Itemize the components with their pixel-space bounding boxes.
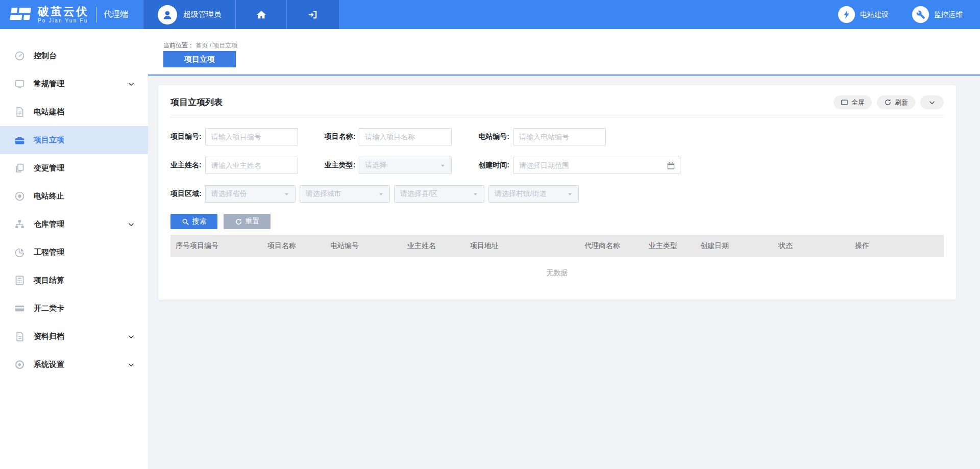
project-no-input[interactable] bbox=[205, 128, 298, 145]
caret-down-icon bbox=[567, 191, 573, 197]
filter-project-no: 项目编号: bbox=[170, 128, 298, 145]
caret-down-icon bbox=[473, 191, 478, 197]
pie-chart-icon bbox=[14, 247, 25, 258]
reset-icon bbox=[235, 218, 242, 226]
user-menu[interactable]: 超级管理员 bbox=[143, 0, 236, 29]
sidebar-item-general-mgmt[interactable]: 常规管理 bbox=[0, 70, 148, 98]
col-project-name: 项目名称 bbox=[267, 241, 330, 251]
copy-pages-icon bbox=[14, 163, 25, 174]
chevron-down-icon bbox=[128, 333, 135, 340]
county-select[interactable]: 请选择县/区 bbox=[394, 185, 484, 203]
brand-title: 破茧云伏 bbox=[38, 6, 89, 17]
header-quick-nav: 电站建设 监控运维 bbox=[838, 0, 980, 29]
station-no-input[interactable] bbox=[513, 128, 606, 145]
province-select[interactable]: 请选择省份 bbox=[205, 185, 296, 203]
sidebar-item-station-archive[interactable]: 电站建档 bbox=[0, 98, 148, 126]
refresh-button[interactable]: 刷新 bbox=[877, 95, 915, 109]
caret-down-icon bbox=[440, 163, 446, 168]
breadcrumb-path[interactable]: 首页 / 项目立项 bbox=[195, 42, 237, 49]
col-project-no: 项目编号 bbox=[190, 241, 267, 251]
owner-name-input[interactable] bbox=[205, 157, 298, 174]
logout-button[interactable] bbox=[287, 0, 339, 29]
chevron-down-icon bbox=[128, 221, 135, 228]
table-header: 序号 项目编号 项目名称 电站编号 业主姓名 项目地址 代理商名称 业主类型 创… bbox=[170, 235, 944, 257]
brand-subtitle: Po Jian Yun Fu bbox=[38, 18, 89, 24]
sidebar-item-station-terminate[interactable]: 电站终止 bbox=[0, 182, 148, 210]
home-button[interactable] bbox=[236, 0, 287, 29]
filter-owner-type: 业主类型: 请选择 bbox=[325, 157, 452, 174]
gauge-icon bbox=[14, 51, 25, 61]
town-select[interactable]: 请选择村镇/街道 bbox=[488, 185, 579, 203]
topbar: 当前位置： 首页 / 项目立项 项目立项 bbox=[148, 29, 980, 76]
brand-logo-icon bbox=[9, 5, 32, 25]
sidebar-item-warehouse-mgmt[interactable]: 仓库管理 bbox=[0, 210, 148, 238]
panel-title: 项目立项列表 bbox=[170, 96, 223, 108]
owner-type-select[interactable]: 请选择 bbox=[359, 157, 452, 174]
logout-icon bbox=[307, 9, 318, 20]
date-range-input[interactable] bbox=[513, 157, 680, 174]
main-content: 当前位置： 首页 / 项目立项 项目立项 项目立项列表 全屏 bbox=[148, 29, 980, 469]
sidebar-item-dashboard[interactable]: 控制台 bbox=[0, 42, 148, 70]
sidebar-item-engineering-mgmt[interactable]: 工程管理 bbox=[0, 238, 148, 266]
sidebar-item-system-settings[interactable]: 系统设置 bbox=[0, 351, 148, 379]
nav-station-build[interactable]: 电站建设 bbox=[838, 6, 889, 23]
col-owner-name: 业主姓名 bbox=[407, 241, 470, 251]
lightning-icon bbox=[842, 10, 851, 19]
fullscreen-icon bbox=[841, 98, 848, 106]
briefcase-icon bbox=[14, 135, 25, 145]
col-station-no: 电站编号 bbox=[330, 241, 407, 251]
reset-button[interactable]: 重置 bbox=[224, 214, 271, 229]
avatar bbox=[158, 5, 177, 24]
sidebar-item-project-settlement[interactable]: 项目结算 bbox=[0, 266, 148, 294]
col-actions: 操作 bbox=[855, 241, 944, 251]
filter-create-time: 创建时间: bbox=[478, 157, 680, 174]
sidebar: 控制台 常规管理 电站建档 项目立项 变更管理 bbox=[0, 29, 148, 469]
col-index: 序号 bbox=[176, 241, 190, 251]
wrench-icon bbox=[916, 10, 925, 19]
col-status: 状态 bbox=[778, 241, 855, 251]
chevron-down-icon bbox=[928, 99, 936, 106]
col-owner-type: 业主类型 bbox=[649, 241, 700, 251]
header-dark-section: 超级管理员 bbox=[143, 0, 339, 29]
collapse-button[interactable] bbox=[920, 95, 944, 109]
refresh-icon bbox=[884, 98, 892, 106]
credit-card-icon bbox=[14, 303, 25, 314]
target-icon bbox=[14, 359, 25, 370]
col-address: 项目地址 bbox=[470, 241, 584, 251]
caret-down-icon bbox=[378, 191, 384, 197]
user-name: 超级管理员 bbox=[183, 10, 222, 19]
city-select[interactable]: 请选择城市 bbox=[300, 185, 390, 203]
document-icon bbox=[14, 331, 25, 342]
user-icon bbox=[161, 9, 174, 21]
breadcrumb: 当前位置： 首页 / 项目立项 bbox=[148, 29, 980, 50]
app-header: 破茧云伏 Po Jian Yun Fu 代理端 超级管理员 bbox=[0, 0, 980, 29]
project-list-panel: 项目立项列表 全屏 刷新 bbox=[158, 85, 956, 300]
filter-station-no: 电站编号: bbox=[478, 128, 606, 145]
search-button[interactable]: 搜索 bbox=[170, 214, 217, 229]
sidebar-item-change-mgmt[interactable]: 变更管理 bbox=[0, 154, 148, 182]
monitor-icon bbox=[14, 79, 25, 89]
project-name-input[interactable] bbox=[359, 128, 452, 145]
empty-state: 无数据 bbox=[170, 257, 944, 289]
chevron-down-icon bbox=[128, 361, 135, 368]
sidebar-item-open-card[interactable]: 开二类卡 bbox=[0, 294, 148, 323]
tab-project-initiation[interactable]: 项目立项 bbox=[163, 51, 236, 67]
filter-form: 项目编号: 项目名称: 电站编号: 业主姓名: 业主类型: bbox=[170, 117, 944, 229]
search-icon bbox=[182, 218, 189, 226]
filter-region: 项目区域: 请选择省份 请选择城市 请选择县/区 请选择村镇/街道 bbox=[170, 185, 583, 203]
home-icon bbox=[256, 9, 267, 20]
project-table: 序号 项目编号 项目名称 电站编号 业主姓名 项目地址 代理商名称 业主类型 创… bbox=[170, 235, 944, 289]
fullscreen-button[interactable]: 全屏 bbox=[834, 95, 872, 109]
sidebar-item-data-archive[interactable]: 资料归档 bbox=[0, 323, 148, 351]
calculator-icon bbox=[14, 275, 25, 286]
filter-owner-name: 业主姓名: bbox=[170, 157, 298, 174]
nav-monitor-ops[interactable]: 监控运维 bbox=[912, 6, 963, 23]
nav-monitor-label: 监控运维 bbox=[934, 10, 963, 19]
col-agent-name: 代理商名称 bbox=[584, 241, 649, 251]
brand: 破茧云伏 Po Jian Yun Fu 代理端 bbox=[0, 0, 143, 29]
nav-station-label: 电站建设 bbox=[860, 10, 889, 19]
breadcrumb-prefix: 当前位置： bbox=[163, 42, 194, 49]
chevron-down-icon bbox=[128, 81, 135, 88]
document-icon bbox=[14, 107, 25, 117]
sidebar-item-project-initiation[interactable]: 项目立项 bbox=[0, 126, 148, 154]
